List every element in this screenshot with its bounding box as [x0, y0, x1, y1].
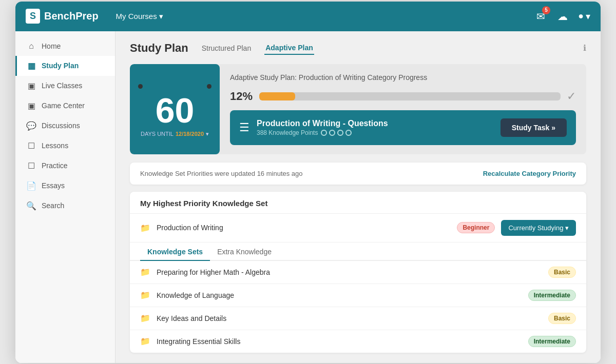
avatar-btn[interactable]: ● ▾	[578, 11, 590, 22]
logo: S BenchPrep	[26, 9, 99, 24]
study-task-card: ☰ Production of Writing - Questions 388 …	[230, 110, 576, 145]
sidebar-item-search[interactable]: 🔍 Search	[15, 196, 115, 216]
folder-icon-3: 📁	[140, 336, 150, 346]
ks-row-1: 📁 Knowledge of Language Intermediate	[130, 284, 586, 307]
sidebar-label-home: Home	[42, 42, 61, 50]
target-date: 12/18/2020	[176, 131, 204, 137]
dropdown-icon[interactable]: ▾	[206, 131, 209, 137]
check-icon: ✓	[567, 90, 576, 103]
game-center-icon: ▣	[26, 101, 36, 111]
ks-name-2: Key Ideas and Details	[157, 314, 542, 322]
sidebar-item-live-classes[interactable]: ▣ Live Classes	[15, 76, 115, 96]
progress-bar-fill	[259, 92, 295, 100]
currently-studying-button[interactable]: Currently Studying ▾	[501, 220, 576, 236]
highest-priority-name: Production of Writing	[157, 224, 451, 232]
progress-card: 60 DAYS UNTIL 12/18/2020 ▾ Adaptive Stud…	[130, 64, 586, 154]
essays-icon: 📄	[26, 181, 36, 191]
home-icon: ⌂	[26, 42, 36, 51]
task-info: Production of Writing - Questions 388 Kn…	[257, 119, 493, 136]
main-layout: ⌂ Home ▦ Study Plan ▣ Live Classes ▣ Gam…	[15, 31, 601, 363]
sidebar-item-practice[interactable]: ☐ Practice	[15, 156, 115, 176]
ks-tab-knowledge-sets[interactable]: Knowledge Sets	[140, 242, 210, 261]
study-task-button[interactable]: Study Task »	[500, 118, 567, 137]
lessons-icon: ☐	[26, 141, 36, 151]
ks-name-1: Knowledge of Language	[157, 291, 522, 299]
circle-3	[337, 130, 343, 136]
priority-text: Knowledge Set Priorities were updated 16…	[140, 170, 303, 177]
cal-dots	[138, 84, 211, 89]
ks-row-2: 📁 Key Ideas and Details Basic	[130, 307, 586, 330]
study-plan-icon: ▦	[26, 61, 36, 71]
sidebar-label-game-center: Game Center	[42, 102, 85, 110]
progress-row: 12% ✓	[230, 90, 576, 103]
circle-1	[321, 130, 327, 136]
cal-dot-right	[207, 84, 211, 89]
folder-icon-2: 📁	[140, 313, 150, 323]
ks-tab-extra-knowledge[interactable]: Extra Knowledge	[210, 242, 279, 261]
days-label: DAYS UNTIL 12/18/2020 ▾	[141, 131, 209, 137]
sidebar-item-discussions[interactable]: 💬 Discussions	[15, 116, 115, 136]
task-list-icon: ☰	[239, 121, 249, 134]
practice-icon: ☐	[26, 161, 36, 171]
ks-badge-3: Intermediate	[528, 336, 576, 347]
sidebar-item-study-plan[interactable]: ▦ Study Plan	[15, 56, 115, 76]
highest-badge: Beginner	[457, 222, 495, 233]
sidebar-item-game-center[interactable]: ▣ Game Center	[15, 96, 115, 116]
cloud-icon: ☁	[557, 11, 568, 22]
discussions-icon: 💬	[26, 121, 36, 131]
calendar-box: 60 DAYS UNTIL 12/18/2020 ▾	[130, 64, 220, 154]
ks-badge-0: Basic	[548, 267, 576, 278]
progress-right: Adaptive Study Plan: Production of Writi…	[220, 64, 586, 154]
tab-structured-plan[interactable]: Structured Plan	[201, 42, 253, 54]
cal-dot-left	[138, 84, 143, 89]
circle-2	[329, 130, 335, 136]
knowledge-set-tabs: Knowledge Sets Extra Knowledge	[130, 242, 586, 261]
search-icon: 🔍	[26, 201, 36, 211]
sidebar-label-live-classes: Live Classes	[42, 82, 82, 90]
ks-section-header: My Highest Priority Knowledge Set	[130, 192, 586, 214]
progress-bar	[259, 92, 561, 100]
page-title: Study Plan	[130, 42, 188, 55]
sidebar-label-essays: Essays	[42, 181, 65, 190]
folder-icon-0: 📁	[140, 267, 150, 277]
notification-badge: 5	[542, 6, 550, 14]
task-circles	[321, 130, 352, 136]
highest-priority-row: 📁 Production of Writing Beginner Current…	[130, 214, 586, 242]
folder-icon-1: 📁	[140, 290, 150, 300]
sidebar-item-home[interactable]: ⌂ Home	[15, 36, 115, 56]
header: S BenchPrep My Courses ▾ ✉ 5 ☁ ● ▾	[15, 2, 601, 31]
sidebar-label-practice: Practice	[42, 161, 68, 170]
progress-title: Adaptive Study Plan: Production of Writi…	[230, 73, 576, 82]
ks-row-3: 📁 Integrating Essential Skills Intermedi…	[130, 330, 586, 353]
sidebar-label-discussions: Discussions	[42, 122, 80, 130]
ks-badge-2: Basic	[548, 313, 576, 324]
sidebar-item-essays[interactable]: 📄 Essays	[15, 176, 115, 196]
folder-icon-highest: 📁	[140, 223, 150, 233]
my-courses-nav[interactable]: My Courses ▾	[111, 9, 168, 24]
header-right: ✉ 5 ☁ ● ▾	[534, 8, 590, 25]
recalculate-link[interactable]: Recalculate Category Priority	[483, 170, 576, 177]
study-plan-header: Study Plan Structured Plan Adaptive Plan…	[130, 42, 586, 55]
knowledge-set-section: My Highest Priority Knowledge Set 📁 Prod…	[130, 192, 586, 353]
info-icon[interactable]: ℹ	[583, 43, 586, 53]
priority-notice: Knowledge Set Priorities were updated 16…	[130, 163, 586, 185]
tab-adaptive-plan[interactable]: Adaptive Plan	[264, 42, 314, 55]
sidebar: ⌂ Home ▦ Study Plan ▣ Live Classes ▣ Gam…	[15, 31, 116, 363]
user-icon: ●	[578, 11, 584, 22]
ks-badge-1: Intermediate	[528, 290, 576, 301]
ks-row-0: 📁 Preparing for Higher Math - Algebra Ba…	[130, 261, 586, 284]
task-sub: 388 Knowledge Points	[257, 129, 493, 136]
circle-4	[345, 130, 352, 136]
task-title: Production of Writing - Questions	[257, 119, 493, 128]
sidebar-item-lessons[interactable]: ☐ Lessons	[15, 136, 115, 156]
logo-text: BenchPrep	[44, 10, 99, 22]
ks-name-0: Preparing for Higher Math - Algebra	[157, 268, 542, 276]
mail-icon-btn[interactable]: ✉ 5	[534, 8, 547, 25]
progress-percent: 12%	[230, 90, 253, 103]
sidebar-label-study-plan: Study Plan	[42, 62, 79, 70]
main-content: Study Plan Structured Plan Adaptive Plan…	[116, 31, 601, 363]
cloud-icon-btn[interactable]: ☁	[555, 8, 570, 25]
app-window: S BenchPrep My Courses ▾ ✉ 5 ☁ ● ▾ ⌂	[15, 2, 601, 363]
sidebar-label-search: Search	[42, 201, 64, 210]
live-classes-icon: ▣	[26, 81, 36, 91]
